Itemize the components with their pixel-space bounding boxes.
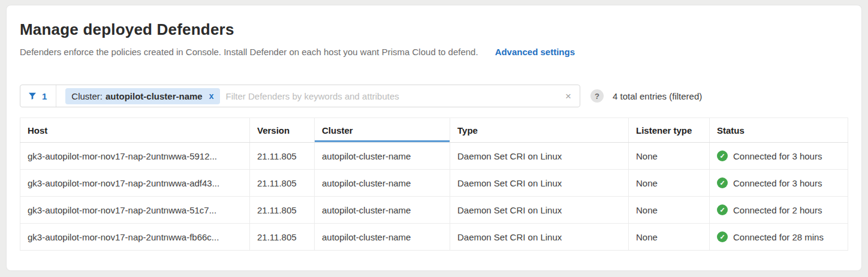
filter-chip-value: autopilot-cluster-name: [106, 91, 203, 101]
cell-status: Connected for 28 mins: [710, 224, 848, 251]
filter-chip-cluster: Cluster: autopilot-cluster-name x: [65, 88, 219, 104]
status-text: Connected for 3 hours: [733, 151, 822, 161]
cell-host: gk3-autopilot-mor-nov17-nap-2untnwwa-fb6…: [20, 224, 250, 251]
filter-input-container[interactable]: 1 Cluster: autopilot-cluster-name x ×: [20, 85, 580, 107]
table-header-row: Host Version Cluster Type Listener type …: [20, 118, 848, 143]
cell-listener-type: None: [629, 224, 710, 251]
connected-status-icon: [717, 177, 728, 188]
cell-type: Daemon Set CRI on Linux: [450, 170, 629, 197]
column-header-host[interactable]: Host: [20, 118, 250, 143]
status-text: Connected for 28 mins: [733, 232, 824, 242]
filter-bar: 1 Cluster: autopilot-cluster-name x × ? …: [20, 85, 848, 107]
table-row[interactable]: gk3-autopilot-mor-nov17-nap-2untnwwa-51c…: [20, 197, 848, 224]
connected-status-icon: [717, 204, 728, 215]
cell-type: Daemon Set CRI on Linux: [450, 197, 629, 224]
cell-status: Connected for 3 hours: [710, 143, 848, 170]
cell-version: 21.11.805: [250, 143, 315, 170]
cell-cluster: autopilot-cluster-name: [315, 170, 450, 197]
clear-filter-icon[interactable]: ×: [557, 91, 580, 101]
cell-host: gk3-autopilot-mor-nov17-nap-2untnwwa-adf…: [20, 170, 250, 197]
cell-version: 21.11.805: [250, 224, 315, 251]
manage-defenders-panel: Manage deployed Defenders Defenders enfo…: [6, 5, 862, 271]
connected-status-icon: [717, 150, 728, 161]
cell-type: Daemon Set CRI on Linux: [450, 224, 629, 251]
table-row[interactable]: gk3-autopilot-mor-nov17-nap-2untnwwa-fb6…: [20, 224, 848, 251]
status-text: Connected for 2 hours: [733, 205, 822, 215]
cell-type: Daemon Set CRI on Linux: [450, 143, 629, 170]
column-header-version[interactable]: Version: [250, 118, 315, 143]
defenders-table: Host Version Cluster Type Listener type …: [20, 118, 848, 251]
cell-version: 21.11.805: [250, 170, 315, 197]
connected-status-icon: [717, 231, 728, 242]
page-description: Defenders enforce the policies created i…: [20, 47, 478, 57]
cell-status: Connected for 2 hours: [710, 197, 848, 224]
remove-filter-icon[interactable]: x: [209, 91, 214, 101]
status-text: Connected for 3 hours: [733, 178, 822, 188]
page-title: Manage deployed Defenders: [20, 20, 848, 39]
cell-cluster: autopilot-cluster-name: [315, 197, 450, 224]
filter-search-input[interactable]: [220, 91, 557, 101]
active-filter-count: 1: [42, 91, 47, 101]
column-header-status[interactable]: Status: [710, 118, 848, 143]
cell-listener-type: None: [629, 197, 710, 224]
column-header-listener-type[interactable]: Listener type: [629, 118, 710, 143]
cell-version: 21.11.805: [250, 197, 315, 224]
cell-cluster: autopilot-cluster-name: [315, 224, 450, 251]
column-header-cluster[interactable]: Cluster: [315, 118, 450, 143]
cell-status: Connected for 3 hours: [710, 170, 848, 197]
cell-listener-type: None: [629, 170, 710, 197]
filter-funnel-icon: [28, 91, 37, 101]
advanced-settings-link[interactable]: Advanced settings: [495, 47, 575, 57]
page-description-row: Defenders enforce the policies created i…: [20, 47, 848, 57]
help-icon[interactable]: ?: [590, 89, 604, 103]
cell-host: gk3-autopilot-mor-nov17-nap-2untnwwa-591…: [20, 143, 250, 170]
entries-summary: 4 total entries (filtered): [613, 91, 702, 101]
cell-host: gk3-autopilot-mor-nov17-nap-2untnwwa-51c…: [20, 197, 250, 224]
active-filters-button[interactable]: 1: [20, 85, 56, 107]
table-row[interactable]: gk3-autopilot-mor-nov17-nap-2untnwwa-adf…: [20, 170, 848, 197]
table-row[interactable]: gk3-autopilot-mor-nov17-nap-2untnwwa-591…: [20, 143, 848, 170]
filter-chip-label: Cluster:: [71, 91, 103, 101]
cell-cluster: autopilot-cluster-name: [315, 143, 450, 170]
cell-listener-type: None: [629, 143, 710, 170]
column-header-type[interactable]: Type: [450, 118, 629, 143]
